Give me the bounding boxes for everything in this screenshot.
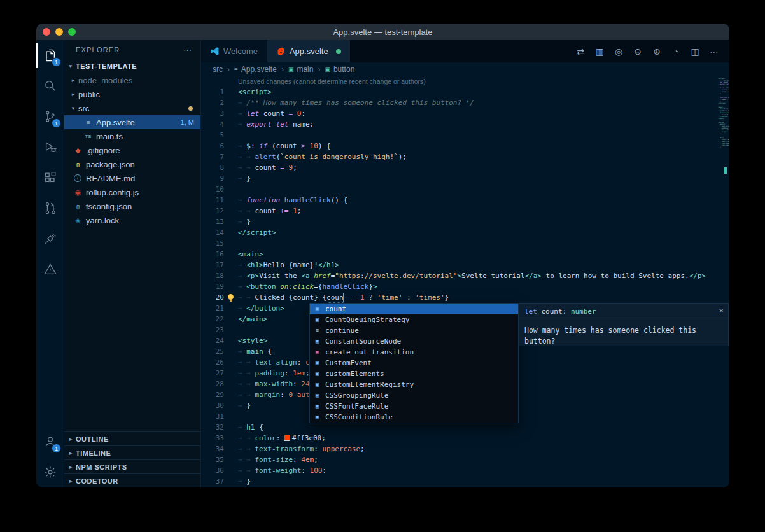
panel-npm-scripts[interactable]: ▸NPM SCRIPTS [64, 459, 200, 473]
code-line-18[interactable]: 18→ <p>Visit the <a href="https://svelte… [201, 270, 729, 281]
settings-activity-item[interactable] [36, 457, 64, 487]
live-share-activity-item[interactable] [36, 223, 64, 254]
file-history-icon[interactable]: ◔ [667, 43, 685, 60]
tree-item-main-ts[interactable]: TSmain.ts [64, 129, 200, 143]
vscode-icon [210, 46, 220, 56]
run-debug-activity-item[interactable] [36, 132, 64, 162]
close-window-button[interactable] [43, 28, 50, 36]
suggestion-count[interactable]: ▣count [310, 304, 518, 314]
tree-item-label: package.json [86, 160, 135, 169]
accounts-activity-item[interactable]: 1 [36, 426, 64, 457]
panel-codetour[interactable]: ▸CODETOUR [64, 473, 200, 487]
code-line-2[interactable]: 2→ /** How many times has someone clicke… [201, 97, 729, 108]
code-editor[interactable]: Unsaved changes (cannot determine recent… [201, 76, 729, 487]
tree-item-public[interactable]: ▸public [64, 87, 200, 101]
code-line-19[interactable]: 19→ <button on:click={handleClick}> [201, 281, 729, 292]
breadcrumbs: src›≡App.svelte›▣main›▣button [201, 62, 729, 76]
code-line-7[interactable]: 7→ → alert(`count is dangerously high!`)… [201, 151, 729, 162]
open-preview-icon[interactable]: ▥ [591, 43, 608, 60]
explorer-activity-item[interactable]: 1 [36, 40, 64, 71]
suggestion-customevent[interactable]: ▣CustomEvent [310, 358, 518, 368]
code-line-15[interactable]: 15 [201, 238, 729, 249]
panel-outline[interactable]: ▸OUTLINE [64, 431, 200, 445]
code-line-32[interactable]: 32→ h1 { [201, 422, 729, 433]
code-line-11[interactable]: 11→ function handleClick() { [201, 195, 729, 206]
tree-item-src[interactable]: ▾src [64, 101, 200, 115]
pull-requests-activity-item[interactable] [36, 193, 64, 223]
suggestion-customelementregistry[interactable]: ▣CustomElementRegistry [310, 379, 518, 390]
code-line-35[interactable]: 35→ → font-size: 4em; [201, 454, 729, 465]
git-icon: ◆ [73, 146, 83, 155]
code-line-33[interactable]: 33→ → color: #ff3e00; [201, 433, 729, 444]
code-line-5[interactable]: 5 [201, 130, 729, 141]
suggestion-constantsourcenode[interactable]: ▣ConstantSourceNode [310, 336, 518, 347]
line-content: → → count += 1; [224, 206, 301, 216]
code-line-12[interactable]: 12→ → count += 1; [201, 206, 729, 216]
tree-item-rollup-config-js[interactable]: ◉rollup.config.js [64, 185, 200, 199]
suggestion-customelements[interactable]: ▣customElements [310, 368, 518, 379]
svelte-icon [276, 46, 286, 56]
tree-item-app-svelte[interactable]: ≡App.svelte1, M [64, 115, 200, 129]
line-number: 13 [201, 216, 224, 227]
suggestion-cssfontfacerule[interactable]: ▣CSSFontFaceRule [310, 401, 518, 412]
explorer-sidebar: EXPLORER ⋯ ▾ TEST-TEMPLATE ▸node_modules… [64, 40, 201, 487]
breadcrumb-button[interactable]: ▣button [325, 65, 354, 74]
code-line-3[interactable]: 3→ let count = 0; [201, 108, 729, 119]
tree-item-package-json[interactable]: {}package.json [64, 157, 200, 171]
suggestion-cssconditionrule[interactable]: ▣CSSConditionRule [310, 412, 518, 423]
more-actions-icon[interactable]: ⋯ [705, 43, 723, 60]
suggestion-countqueuingstrategy[interactable]: ▣CountQueuingStrategy [310, 314, 518, 325]
tree-item-tsconfig-json[interactable]: {}tsconfig.json [64, 199, 200, 213]
code-line-13[interactable]: 13→ } [201, 216, 729, 227]
more-actions-icon[interactable]: ⋯ [183, 45, 192, 55]
code-line-6[interactable]: 6→ $: if (count ≥ 10) { [201, 141, 729, 151]
source-control-activity-item[interactable]: 1 [36, 101, 64, 132]
breadcrumb-src[interactable]: src [213, 65, 223, 74]
zoom-window-button[interactable] [68, 28, 76, 36]
panel-timeline[interactable]: ▸TIMELINE [64, 445, 200, 459]
next-change-icon[interactable]: ⊕ [648, 43, 666, 60]
chevron-down-icon: ▾ [67, 63, 74, 69]
compare-changes-icon[interactable]: ⇄ [572, 43, 589, 60]
breadcrumb-app-svelte[interactable]: ≡App.svelte [234, 65, 277, 74]
line-content: → → margin: 0 auto; [224, 389, 318, 400]
tree-item-yarn-lock[interactable]: ◈yarn.lock [64, 213, 200, 227]
minimap[interactable]: <script>→ /** How many times has someone… [718, 76, 729, 487]
code-line-10[interactable]: 10 [201, 184, 729, 195]
code-line-20[interactable]: 20→ → Clicked {count} {coun == 1 ? 'time… [201, 292, 729, 303]
suggestion-cssgroupingrule[interactable]: ▣CSSGroupingRule [310, 390, 518, 401]
split-editor-icon[interactable]: ◫ [686, 43, 704, 60]
codetour-activity-item[interactable] [36, 254, 64, 284]
tab-welcome[interactable]: Welcome [201, 40, 267, 62]
code-line-9[interactable]: 9→ } [201, 173, 729, 184]
tree-root-folder[interactable]: ▾ TEST-TEMPLATE [64, 59, 200, 73]
minimize-window-button[interactable] [55, 28, 63, 36]
suggestion-create-out-transition[interactable]: ▣create_out_transition [310, 347, 518, 358]
open-changes-icon[interactable]: ◎ [610, 43, 628, 60]
symbol-class-icon: ▣ [313, 336, 321, 347]
code-line-34[interactable]: 34→ → text-transform: uppercase; [201, 444, 729, 454]
search-activity-item[interactable] [36, 71, 64, 101]
line-number: 34 [201, 444, 224, 454]
extensions-activity-item[interactable] [36, 162, 64, 193]
code-line-37[interactable]: 37→ } [201, 476, 729, 487]
tab-app-svelte[interactable]: App.svelte [267, 40, 351, 62]
code-line-8[interactable]: 8→ → count = 9; [201, 162, 729, 173]
code-line-14[interactable]: 14</script> [201, 227, 729, 238]
code-line-17[interactable]: 17→ <h1>Hello {name}!</h1> [201, 260, 729, 270]
tree-item-readme-md[interactable]: iREADME.md [64, 171, 200, 185]
close-icon[interactable]: × [719, 305, 724, 316]
tree-item-gitignore[interactable]: ◆.gitignore [64, 143, 200, 157]
tree-item-node-modules[interactable]: ▸node_modules [64, 73, 200, 87]
line-number: 3 [201, 108, 224, 119]
line-number: 6 [201, 141, 224, 151]
code-line-1[interactable]: 1<script> [201, 87, 729, 97]
code-line-36[interactable]: 36→ → font-weight: 100; [201, 465, 729, 476]
breadcrumb-main[interactable]: ▣main [288, 65, 314, 74]
previous-change-icon[interactable]: ⊖ [629, 43, 647, 60]
lightbulb-icon[interactable] [228, 294, 234, 300]
suggestion-continue[interactable]: ≡continue [310, 325, 518, 336]
code-line-16[interactable]: 16<main> [201, 249, 729, 260]
line-content: → → font-weight: 100; [224, 465, 326, 476]
code-line-4[interactable]: 4→ export let name; [201, 119, 729, 130]
